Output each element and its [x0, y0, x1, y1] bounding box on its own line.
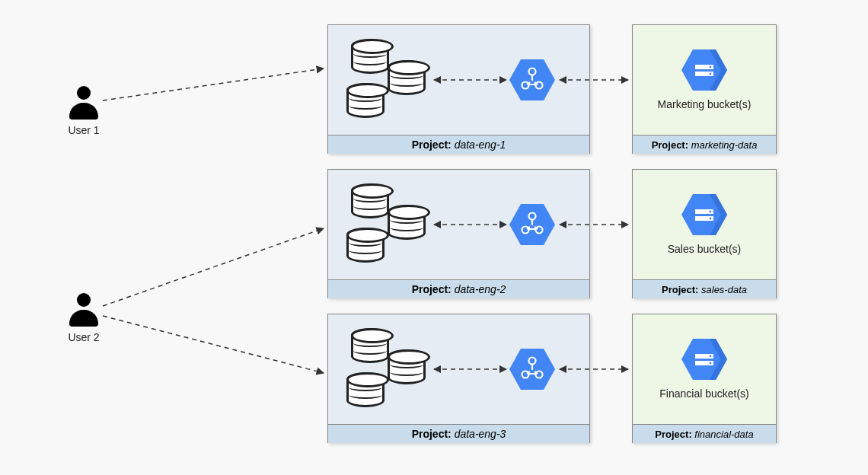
bucket-label-prefix: Project: [655, 429, 691, 440]
user-icon [69, 293, 98, 327]
svg-point-28 [710, 355, 712, 358]
dataproc-hexagon-icon [509, 204, 555, 245]
arrow-user1-to-proj1 [103, 69, 324, 100]
bucket-3-title: Financial bucket(s) [659, 387, 749, 400]
svg-point-23 [710, 218, 712, 220]
project-label-prefix: Project: [412, 283, 452, 295]
bucket-label-prefix: Project: [652, 139, 688, 151]
bucket-2-footer: Project: sales-data [633, 279, 776, 298]
svg-point-17 [710, 73, 712, 75]
bucket-2-name: sales-data [701, 284, 747, 295]
database-cluster-icon [343, 39, 435, 123]
svg-point-22 [710, 211, 712, 213]
dataproc-hexagon-icon [509, 59, 555, 100]
bucket-1-title: Marketing bucket(s) [658, 98, 752, 110]
bucket-box-2: Sales bucket(s) Project: sales-data [632, 169, 777, 298]
bucket-1-name: marketing-data [691, 139, 758, 151]
project-2-footer: Project: data-eng-2 [328, 279, 589, 298]
project-3-name: data-eng-3 [455, 428, 506, 440]
project-box-3: Project: data-eng-3 [327, 314, 590, 443]
svg-marker-18 [681, 194, 727, 235]
bucket-box-1: Marketing bucket(s) Project: marketing-d… [632, 24, 777, 154]
bucket-box-3: Financial bucket(s) Project: financial-d… [632, 314, 777, 443]
user-1-label: User 1 [46, 124, 122, 136]
bucket-2-title: Sales bucket(s) [668, 243, 741, 255]
svg-marker-24 [681, 339, 727, 380]
project-box-2: Project: data-eng-2 [327, 169, 590, 298]
user-1-node: User 1 [46, 86, 122, 136]
storage-hexagon-icon [681, 194, 727, 235]
database-cluster-icon [343, 328, 435, 412]
dataproc-hexagon-icon [509, 349, 555, 390]
project-3-footer: Project: data-eng-3 [328, 424, 589, 443]
project-1-footer: Project: data-eng-1 [328, 135, 589, 154]
project-label-prefix: Project: [412, 428, 452, 440]
user-2-node: User 2 [46, 293, 122, 343]
svg-marker-12 [681, 49, 727, 91]
bucket-3-footer: Project: financial-data [633, 424, 776, 443]
svg-point-16 [710, 66, 712, 69]
project-box-1: Project: data-eng-1 [327, 24, 590, 154]
svg-point-29 [710, 362, 712, 365]
bucket-1-footer: Project: marketing-data [633, 135, 776, 154]
user-2-label: User 2 [46, 331, 122, 343]
project-1-name: data-eng-1 [455, 139, 506, 151]
arrow-user2-to-proj3 [103, 316, 324, 373]
project-2-name: data-eng-2 [455, 283, 506, 295]
user-icon [69, 86, 98, 120]
database-cluster-icon [343, 183, 435, 267]
storage-hexagon-icon [681, 339, 727, 380]
arrow-user2-to-proj2 [103, 228, 324, 306]
bucket-label-prefix: Project: [662, 284, 698, 295]
storage-hexagon-icon [681, 49, 727, 91]
bucket-3-name: financial-data [694, 429, 753, 440]
project-label-prefix: Project: [412, 139, 452, 151]
